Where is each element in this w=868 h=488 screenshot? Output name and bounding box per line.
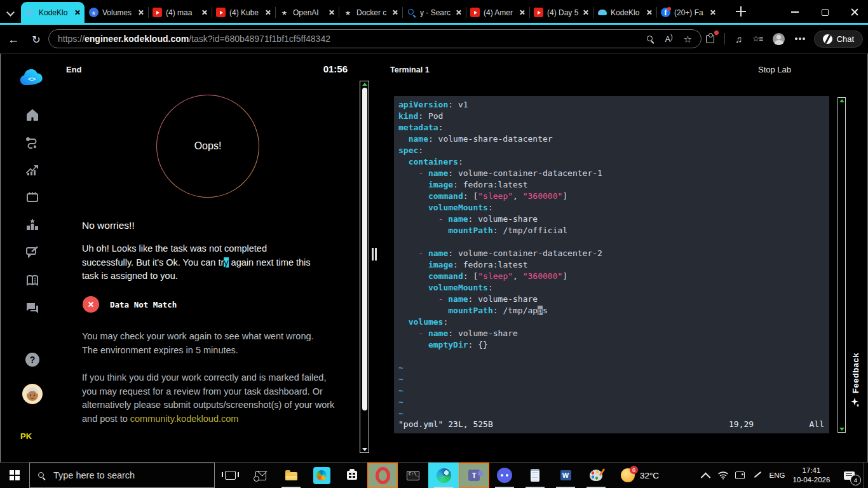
browser-tab[interactable]: (20+) Fa — [656, 2, 720, 23]
address-bar[interactable]: https://engineer.kodekloud.com/task?id=6… — [48, 29, 702, 48]
terminal-scroll-up-arrow[interactable] — [839, 99, 844, 102]
tab-close-icon[interactable] — [646, 10, 652, 15]
close-button[interactable] — [845, 6, 864, 18]
tray-meet-now[interactable] — [731, 463, 749, 488]
scroll-up-arrow[interactable] — [362, 83, 367, 86]
media-controls-icon[interactable]: ♫ — [735, 34, 742, 44]
tab-close-icon[interactable] — [392, 10, 398, 15]
terminal-scrollbar[interactable] — [837, 97, 846, 433]
sidebar-item-calendar[interactable] — [1, 189, 64, 205]
tray-network[interactable] — [714, 463, 731, 488]
taskbar-app-paint[interactable] — [581, 463, 611, 488]
tab-close-icon[interactable] — [201, 10, 207, 15]
browser-tab[interactable]: KodeKlo — [21, 2, 85, 23]
tab-close-icon[interactable] — [329, 10, 334, 15]
panel-resize-handle[interactable] — [372, 248, 378, 261]
tab-close-icon[interactable] — [456, 10, 461, 15]
browser-tab[interactable]: (4) maa — [148, 2, 212, 23]
sidebar-item-chat[interactable] — [1, 301, 64, 316]
taskbar-app-cmd[interactable] — [398, 463, 428, 488]
taskbar-search[interactable] — [29, 463, 215, 488]
book-icon — [25, 273, 40, 288]
oops-circle: Oops! — [156, 95, 259, 198]
taskbar-app-teams[interactable]: T — [459, 463, 489, 488]
show-desktop-button[interactable] — [864, 463, 868, 488]
windows-taskbar: T W 6 32°C ENG 17:41 10-04-2026 4 — [0, 463, 868, 488]
taskbar-app-notepad[interactable] — [520, 463, 550, 488]
community-link[interactable]: community.kodekloud.com — [130, 414, 239, 424]
left-panel-scrollbar[interactable] — [360, 81, 369, 453]
sidebar-item-learning-path[interactable] — [1, 135, 64, 151]
terminal-window[interactable]: apiVersion: v1kind: Podmetadata: name: v… — [394, 96, 829, 433]
tab-close-icon[interactable] — [710, 10, 715, 15]
task-view-button[interactable] — [215, 463, 245, 488]
taskbar-app-edge[interactable] — [428, 463, 459, 488]
chevron-up-icon — [701, 472, 711, 482]
tab-close-icon[interactable] — [519, 10, 525, 15]
collections-icon[interactable]: ☆≡ — [752, 34, 763, 43]
sidebar-item-leaderboard[interactable] — [1, 217, 64, 232]
search-input[interactable] — [52, 470, 194, 481]
taskbar-app-explorer[interactable] — [276, 463, 306, 488]
sidebar-item-help[interactable]: ? — [1, 351, 64, 368]
terminal-title: Terminal 1 — [390, 65, 430, 74]
stop-lab-button[interactable]: Stop Lab — [758, 65, 791, 74]
extensions-icon[interactable] — [706, 35, 714, 43]
tab-title: (4) Kube — [229, 8, 261, 17]
tab-close-icon[interactable] — [138, 10, 144, 15]
sidebar-user-avatar[interactable] — [1, 383, 64, 405]
scrollbar-thumb[interactable] — [362, 88, 367, 410]
tray-language[interactable]: ENG — [766, 463, 789, 488]
terminal-scroll-down-arrow[interactable] — [839, 428, 844, 431]
start-button[interactable] — [0, 463, 29, 488]
browser-tab[interactable]: Docker c — [339, 2, 402, 23]
taskbar-app-word[interactable]: W — [550, 463, 581, 488]
end-button[interactable]: End — [66, 65, 82, 74]
taskbar-app-outlook[interactable] — [245, 463, 276, 488]
chevron-down-icon[interactable] — [8, 10, 14, 16]
taskbar-app-store[interactable] — [337, 463, 367, 488]
restore-button[interactable] — [815, 6, 834, 18]
action-center-button[interactable]: 4 — [834, 463, 864, 488]
browser-tab[interactable]: (4) Kube — [212, 2, 275, 23]
taskbar-app-copilot[interactable] — [306, 463, 337, 488]
browser-tab[interactable]: OpenAI — [275, 2, 339, 23]
kodekloud-logo-icon[interactable]: <> — [1, 68, 64, 88]
feedback-tab[interactable]: Feedback — [847, 353, 864, 407]
tab-close-icon[interactable] — [265, 10, 271, 15]
sidebar-item-home[interactable] — [1, 107, 64, 123]
refresh-button[interactable]: ↻ — [28, 31, 44, 48]
back-button[interactable]: ← — [5, 31, 22, 48]
sidebar-item-docs[interactable] — [1, 273, 64, 288]
new-tab-button[interactable] — [736, 6, 746, 17]
taskbar-app-opera[interactable] — [367, 463, 398, 488]
scroll-down-arrow[interactable] — [362, 448, 367, 451]
tab-close-icon[interactable] — [74, 10, 80, 15]
browser-tab[interactable]: y - Searc — [402, 2, 466, 23]
settings-menu-icon[interactable] — [795, 37, 797, 40]
url-text: https://engineer.kodekloud.com/task?id=6… — [58, 34, 646, 44]
profile-avatar[interactable] — [773, 33, 785, 45]
terminal-line: command: ["sleep", "360000"] — [398, 271, 824, 282]
lab-timer: 01:56 — [316, 64, 348, 74]
browser-tab[interactable]: (4) Amer — [466, 2, 529, 23]
browser-tab[interactable]: Volumes — [85, 2, 148, 23]
tab-strip: KodeKloVolumes(4) maa(4) KubeOpenAIDocke… — [0, 0, 868, 25]
tab-title: y - Searc — [420, 8, 452, 17]
taskbar-weather[interactable]: 6 32°C — [611, 463, 668, 488]
sidebar-item-feedback[interactable] — [1, 245, 64, 260]
openai-favicon-icon — [343, 8, 353, 17]
minimize-button[interactable] — [785, 6, 804, 18]
tray-clock[interactable]: 17:41 10-04-2026 — [789, 463, 834, 488]
taskbar-app-discord[interactable] — [489, 463, 520, 488]
copilot-chat-button[interactable]: Chat — [814, 30, 863, 48]
browser-tab[interactable]: KodeKlo — [593, 2, 656, 23]
tab-close-icon[interactable] — [583, 10, 588, 15]
read-aloud-icon[interactable]: A — [665, 34, 673, 44]
sidebar-item-progress[interactable] — [1, 162, 64, 177]
browser-tab[interactable]: (4) Day 5 — [529, 2, 593, 23]
tray-show-hidden-icons[interactable] — [697, 463, 714, 488]
zoom-icon[interactable] — [646, 35, 654, 43]
favorite-star-icon[interactable]: ☆ — [684, 34, 692, 44]
tray-windows-ink[interactable] — [749, 463, 766, 488]
